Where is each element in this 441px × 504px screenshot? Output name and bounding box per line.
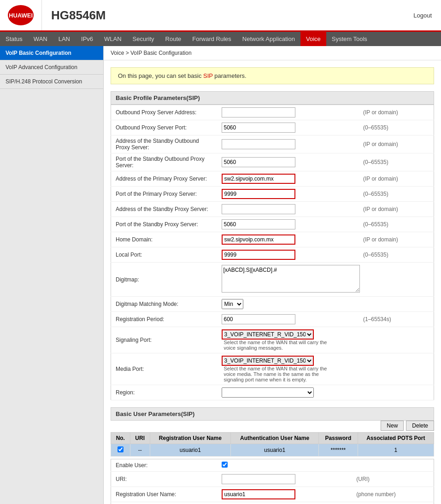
header: HUAWEI HG8546M Logout <box>0 0 441 32</box>
row-pots-port: 1 <box>358 444 434 457</box>
region-select[interactable] <box>222 387 314 398</box>
basic-profile-section: Basic Profile Parameters(SIP) Outbound P… <box>111 91 434 400</box>
col-pots: Associated POTS Port <box>358 433 434 444</box>
local-port-hint: (0–65535) <box>361 247 434 263</box>
region-label: Region: <box>111 385 217 400</box>
row-checkbox-cell <box>111 444 130 457</box>
sidebar-voip-basic[interactable]: VoIP Basic Configuration <box>0 46 103 60</box>
outbound-proxy-port-hint: (0–65535) <box>361 120 434 135</box>
local-port-label: Local Port: <box>111 247 217 263</box>
nav-voice[interactable]: Voice <box>300 32 326 46</box>
table-row[interactable]: -- usuario1 usuario1 ******* 1 <box>111 444 434 457</box>
outbound-proxy-addr-input[interactable] <box>222 107 295 117</box>
row-uri: -- <box>130 444 150 457</box>
outbound-proxy-port-row: Outbound Proxy Server Port: (0–65535) <box>111 120 434 135</box>
info-box: On this page, you can set basic SIP para… <box>111 67 434 84</box>
digitmap-mode-select[interactable]: Min Max <box>222 299 243 309</box>
reg-user-row: Registration User Name: (phone number) <box>111 487 434 502</box>
home-domain-row: Home Domain: (IP or domain) <box>111 232 434 247</box>
new-button[interactable]: New <box>381 421 404 431</box>
media-port-label: Media Port: <box>111 353 217 385</box>
huawei-logo-icon: HUAWEI <box>7 4 35 27</box>
nav-system-tools[interactable]: System Tools <box>326 32 373 46</box>
reg-user-input[interactable] <box>222 489 295 499</box>
nav-wlan[interactable]: WLAN <box>99 32 127 46</box>
registration-period-hint: (1–65534s) <box>361 312 434 327</box>
home-domain-label: Home Domain: <box>111 232 217 247</box>
outbound-proxy-port-input[interactable] <box>222 123 295 133</box>
sidebar-sip-h248[interactable]: SIP/H.248 Protocol Conversion <box>0 75 103 89</box>
content-area: Voice > VoIP Basic Configuration On this… <box>104 46 441 504</box>
standby-proxy-port-row: Port of the Standby Proxy Server: (0–655… <box>111 217 434 232</box>
home-domain-input[interactable] <box>222 234 295 245</box>
device-title: HG8546M <box>42 4 404 27</box>
primary-proxy-addr-input[interactable] <box>222 174 295 184</box>
standby-outbound-proxy-port-label: Port of the Standby Outbound Proxy Serve… <box>111 153 217 171</box>
svg-text:HUAWEI: HUAWEI <box>9 12 33 19</box>
standby-proxy-port-label: Port of the Standby Proxy Server: <box>111 217 217 232</box>
assoc-pots-label: Associated POTS Port: <box>111 502 217 504</box>
outbound-proxy-addr-row: Outbound Proxy Server Address: (IP or do… <box>111 105 434 120</box>
standby-outbound-proxy-port-input[interactable] <box>222 157 295 167</box>
nav-security[interactable]: Security <box>127 32 160 46</box>
delete-button[interactable]: Delete <box>406 421 434 431</box>
row-checkbox[interactable] <box>118 446 123 452</box>
basic-user-section: Basic User Parameters(SIP) New Delete No… <box>111 407 434 504</box>
user-table-header-row: No. URI Registration User Name Authentic… <box>111 433 434 444</box>
primary-proxy-port-input[interactable] <box>222 189 295 199</box>
standby-outbound-proxy-addr-row: Address of the Standby Outbound Proxy Se… <box>111 135 434 153</box>
uri-label: URI: <box>111 472 217 487</box>
digitmap-label: Digitmap: <box>111 263 217 297</box>
digitmap-mode-label: Digitmap Matching Mode: <box>111 297 217 312</box>
uri-hint: (URI) <box>354 472 434 487</box>
standby-outbound-proxy-addr-label: Address of the Standby Outbound Proxy Se… <box>111 135 217 153</box>
nav-lan[interactable]: LAN <box>53 32 76 46</box>
digitmap-mode-row: Digitmap Matching Mode: Min Max <box>111 297 434 312</box>
enable-user-checkbox[interactable] <box>222 462 228 468</box>
home-domain-hint: (IP or domain) <box>361 232 434 247</box>
logo-area: HUAWEI <box>0 0 42 30</box>
registration-period-label: Registration Period: <box>111 312 217 327</box>
nav-status[interactable]: Status <box>0 32 28 46</box>
signaling-port-select[interactable]: 3_VOIP_INTERNET_R_VID_1503 <box>222 329 314 340</box>
standby-outbound-proxy-addr-input[interactable] <box>222 139 295 149</box>
sidebar: VoIP Basic Configuration VoIP Advanced C… <box>0 46 104 504</box>
standby-outbound-proxy-port-hint: (0–65535) <box>361 153 434 171</box>
standby-proxy-addr-hint: (IP or domain) <box>361 202 434 217</box>
col-auth-user: Authentication User Name <box>230 433 318 444</box>
main-layout: VoIP Basic Configuration VoIP Advanced C… <box>0 46 441 504</box>
nav-route[interactable]: Route <box>160 32 187 46</box>
local-port-input[interactable] <box>222 250 295 260</box>
basic-profile-title: Basic Profile Parameters(SIP) <box>111 91 434 105</box>
signaling-port-row: Signaling Port: 3_VOIP_INTERNET_R_VID_15… <box>111 327 434 353</box>
outbound-proxy-port-label: Outbound Proxy Server Port: <box>111 120 217 135</box>
digitmap-input[interactable]: [xABCD].S|[xABCD].# <box>222 265 360 293</box>
row-reg-user: usuario1 <box>150 444 230 457</box>
media-port-select[interactable]: 3_VOIP_INTERNET_R_VID_1503 <box>222 356 314 366</box>
row-password: ******* <box>319 444 358 457</box>
reg-user-label: Registration User Name: <box>111 487 217 502</box>
standby-outbound-proxy-port-row: Port of the Standby Outbound Proxy Serve… <box>111 153 434 171</box>
nav-wan[interactable]: WAN <box>28 32 53 46</box>
region-row: Region: <box>111 385 434 400</box>
nav-forward-rules[interactable]: Forward Rules <box>187 32 237 46</box>
registration-period-row: Registration Period: (1–65534s) <box>111 312 434 327</box>
sidebar-voip-advanced[interactable]: VoIP Advanced Configuration <box>0 60 103 75</box>
logout-link[interactable]: Logout <box>413 12 432 19</box>
col-uri: URI <box>130 433 150 444</box>
outbound-proxy-addr-hint: (IP or domain) <box>361 105 434 120</box>
registration-period-input[interactable] <box>222 314 295 324</box>
signaling-port-hint: Select the name of the WAN that will car… <box>224 340 339 351</box>
standby-outbound-proxy-addr-hint: (IP or domain) <box>361 135 434 153</box>
nav-network-app[interactable]: Network Application <box>237 32 300 46</box>
primary-proxy-addr-hint: (IP or domain) <box>361 171 434 187</box>
enable-user-row: Enable User: <box>111 459 434 472</box>
standby-proxy-addr-input[interactable] <box>222 204 295 214</box>
logout-area[interactable]: Logout <box>404 7 441 23</box>
standby-proxy-port-input[interactable] <box>222 219 295 229</box>
media-port-hint: Select the name of the WAN that will car… <box>224 366 339 382</box>
row-auth-user: usuario1 <box>230 444 318 457</box>
basic-profile-table: Outbound Proxy Server Address: (IP or do… <box>111 105 434 400</box>
uri-input[interactable] <box>222 474 295 484</box>
nav-ipv6[interactable]: IPv6 <box>76 32 99 46</box>
